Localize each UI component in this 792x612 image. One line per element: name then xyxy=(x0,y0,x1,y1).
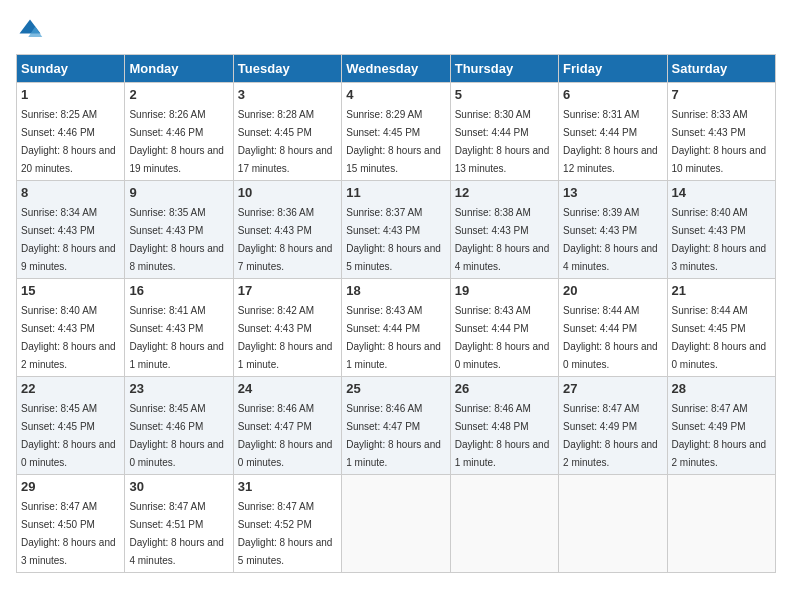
calendar-header-row: SundayMondayTuesdayWednesdayThursdayFrid… xyxy=(17,55,776,83)
day-info: Sunrise: 8:38 AMSunset: 4:43 PMDaylight:… xyxy=(455,207,550,272)
day-number: 22 xyxy=(21,381,120,396)
page-header xyxy=(16,16,776,44)
day-info: Sunrise: 8:43 AMSunset: 4:44 PMDaylight:… xyxy=(346,305,441,370)
day-info: Sunrise: 8:47 AMSunset: 4:49 PMDaylight:… xyxy=(672,403,767,468)
calendar-week-5: 29 Sunrise: 8:47 AMSunset: 4:50 PMDaylig… xyxy=(17,475,776,573)
calendar-cell: 29 Sunrise: 8:47 AMSunset: 4:50 PMDaylig… xyxy=(17,475,125,573)
day-info: Sunrise: 8:40 AMSunset: 4:43 PMDaylight:… xyxy=(21,305,116,370)
calendar-cell: 31 Sunrise: 8:47 AMSunset: 4:52 PMDaylig… xyxy=(233,475,341,573)
calendar-cell: 8 Sunrise: 8:34 AMSunset: 4:43 PMDayligh… xyxy=(17,181,125,279)
day-info: Sunrise: 8:47 AMSunset: 4:52 PMDaylight:… xyxy=(238,501,333,566)
logo-icon xyxy=(16,16,44,44)
weekday-header-friday: Friday xyxy=(559,55,667,83)
day-number: 15 xyxy=(21,283,120,298)
day-number: 27 xyxy=(563,381,662,396)
day-info: Sunrise: 8:33 AMSunset: 4:43 PMDaylight:… xyxy=(672,109,767,174)
day-info: Sunrise: 8:36 AMSunset: 4:43 PMDaylight:… xyxy=(238,207,333,272)
day-number: 26 xyxy=(455,381,554,396)
calendar-cell: 4 Sunrise: 8:29 AMSunset: 4:45 PMDayligh… xyxy=(342,83,450,181)
calendar-cell: 30 Sunrise: 8:47 AMSunset: 4:51 PMDaylig… xyxy=(125,475,233,573)
calendar-cell: 6 Sunrise: 8:31 AMSunset: 4:44 PMDayligh… xyxy=(559,83,667,181)
calendar-cell: 18 Sunrise: 8:43 AMSunset: 4:44 PMDaylig… xyxy=(342,279,450,377)
day-number: 14 xyxy=(672,185,771,200)
calendar-cell: 1 Sunrise: 8:25 AMSunset: 4:46 PMDayligh… xyxy=(17,83,125,181)
calendar-cell: 14 Sunrise: 8:40 AMSunset: 4:43 PMDaylig… xyxy=(667,181,775,279)
day-info: Sunrise: 8:31 AMSunset: 4:44 PMDaylight:… xyxy=(563,109,658,174)
calendar-cell xyxy=(342,475,450,573)
day-number: 8 xyxy=(21,185,120,200)
calendar-cell: 23 Sunrise: 8:45 AMSunset: 4:46 PMDaylig… xyxy=(125,377,233,475)
day-info: Sunrise: 8:39 AMSunset: 4:43 PMDaylight:… xyxy=(563,207,658,272)
calendar-cell xyxy=(559,475,667,573)
logo xyxy=(16,16,48,44)
day-number: 12 xyxy=(455,185,554,200)
calendar-cell: 5 Sunrise: 8:30 AMSunset: 4:44 PMDayligh… xyxy=(450,83,558,181)
day-info: Sunrise: 8:47 AMSunset: 4:51 PMDaylight:… xyxy=(129,501,224,566)
day-info: Sunrise: 8:42 AMSunset: 4:43 PMDaylight:… xyxy=(238,305,333,370)
day-number: 21 xyxy=(672,283,771,298)
calendar-cell: 7 Sunrise: 8:33 AMSunset: 4:43 PMDayligh… xyxy=(667,83,775,181)
day-info: Sunrise: 8:37 AMSunset: 4:43 PMDaylight:… xyxy=(346,207,441,272)
calendar-cell: 12 Sunrise: 8:38 AMSunset: 4:43 PMDaylig… xyxy=(450,181,558,279)
calendar-cell: 17 Sunrise: 8:42 AMSunset: 4:43 PMDaylig… xyxy=(233,279,341,377)
calendar-cell: 2 Sunrise: 8:26 AMSunset: 4:46 PMDayligh… xyxy=(125,83,233,181)
day-number: 31 xyxy=(238,479,337,494)
calendar-cell: 26 Sunrise: 8:46 AMSunset: 4:48 PMDaylig… xyxy=(450,377,558,475)
weekday-header-monday: Monday xyxy=(125,55,233,83)
calendar-cell: 9 Sunrise: 8:35 AMSunset: 4:43 PMDayligh… xyxy=(125,181,233,279)
day-number: 20 xyxy=(563,283,662,298)
calendar-week-3: 15 Sunrise: 8:40 AMSunset: 4:43 PMDaylig… xyxy=(17,279,776,377)
calendar-cell: 21 Sunrise: 8:44 AMSunset: 4:45 PMDaylig… xyxy=(667,279,775,377)
calendar-cell xyxy=(667,475,775,573)
calendar-cell: 24 Sunrise: 8:46 AMSunset: 4:47 PMDaylig… xyxy=(233,377,341,475)
day-number: 24 xyxy=(238,381,337,396)
day-info: Sunrise: 8:46 AMSunset: 4:48 PMDaylight:… xyxy=(455,403,550,468)
day-info: Sunrise: 8:46 AMSunset: 4:47 PMDaylight:… xyxy=(346,403,441,468)
day-number: 9 xyxy=(129,185,228,200)
weekday-header-saturday: Saturday xyxy=(667,55,775,83)
calendar-cell: 10 Sunrise: 8:36 AMSunset: 4:43 PMDaylig… xyxy=(233,181,341,279)
day-number: 25 xyxy=(346,381,445,396)
weekday-header-wednesday: Wednesday xyxy=(342,55,450,83)
day-info: Sunrise: 8:25 AMSunset: 4:46 PMDaylight:… xyxy=(21,109,116,174)
weekday-header-sunday: Sunday xyxy=(17,55,125,83)
day-number: 17 xyxy=(238,283,337,298)
calendar-cell: 19 Sunrise: 8:43 AMSunset: 4:44 PMDaylig… xyxy=(450,279,558,377)
day-number: 19 xyxy=(455,283,554,298)
day-number: 13 xyxy=(563,185,662,200)
calendar-cell: 27 Sunrise: 8:47 AMSunset: 4:49 PMDaylig… xyxy=(559,377,667,475)
calendar-week-4: 22 Sunrise: 8:45 AMSunset: 4:45 PMDaylig… xyxy=(17,377,776,475)
calendar-cell: 25 Sunrise: 8:46 AMSunset: 4:47 PMDaylig… xyxy=(342,377,450,475)
day-number: 11 xyxy=(346,185,445,200)
day-number: 3 xyxy=(238,87,337,102)
calendar-cell: 20 Sunrise: 8:44 AMSunset: 4:44 PMDaylig… xyxy=(559,279,667,377)
calendar-cell: 15 Sunrise: 8:40 AMSunset: 4:43 PMDaylig… xyxy=(17,279,125,377)
calendar-cell xyxy=(450,475,558,573)
day-info: Sunrise: 8:47 AMSunset: 4:50 PMDaylight:… xyxy=(21,501,116,566)
calendar-cell: 3 Sunrise: 8:28 AMSunset: 4:45 PMDayligh… xyxy=(233,83,341,181)
day-info: Sunrise: 8:41 AMSunset: 4:43 PMDaylight:… xyxy=(129,305,224,370)
day-number: 4 xyxy=(346,87,445,102)
day-number: 2 xyxy=(129,87,228,102)
day-number: 1 xyxy=(21,87,120,102)
day-number: 5 xyxy=(455,87,554,102)
day-number: 18 xyxy=(346,283,445,298)
day-info: Sunrise: 8:29 AMSunset: 4:45 PMDaylight:… xyxy=(346,109,441,174)
day-number: 23 xyxy=(129,381,228,396)
day-number: 30 xyxy=(129,479,228,494)
day-number: 6 xyxy=(563,87,662,102)
calendar-cell: 16 Sunrise: 8:41 AMSunset: 4:43 PMDaylig… xyxy=(125,279,233,377)
day-number: 7 xyxy=(672,87,771,102)
day-info: Sunrise: 8:45 AMSunset: 4:46 PMDaylight:… xyxy=(129,403,224,468)
day-number: 10 xyxy=(238,185,337,200)
day-info: Sunrise: 8:44 AMSunset: 4:44 PMDaylight:… xyxy=(563,305,658,370)
weekday-header-tuesday: Tuesday xyxy=(233,55,341,83)
day-info: Sunrise: 8:44 AMSunset: 4:45 PMDaylight:… xyxy=(672,305,767,370)
calendar-week-1: 1 Sunrise: 8:25 AMSunset: 4:46 PMDayligh… xyxy=(17,83,776,181)
day-info: Sunrise: 8:45 AMSunset: 4:45 PMDaylight:… xyxy=(21,403,116,468)
day-info: Sunrise: 8:47 AMSunset: 4:49 PMDaylight:… xyxy=(563,403,658,468)
day-info: Sunrise: 8:34 AMSunset: 4:43 PMDaylight:… xyxy=(21,207,116,272)
day-info: Sunrise: 8:35 AMSunset: 4:43 PMDaylight:… xyxy=(129,207,224,272)
day-info: Sunrise: 8:46 AMSunset: 4:47 PMDaylight:… xyxy=(238,403,333,468)
day-info: Sunrise: 8:43 AMSunset: 4:44 PMDaylight:… xyxy=(455,305,550,370)
